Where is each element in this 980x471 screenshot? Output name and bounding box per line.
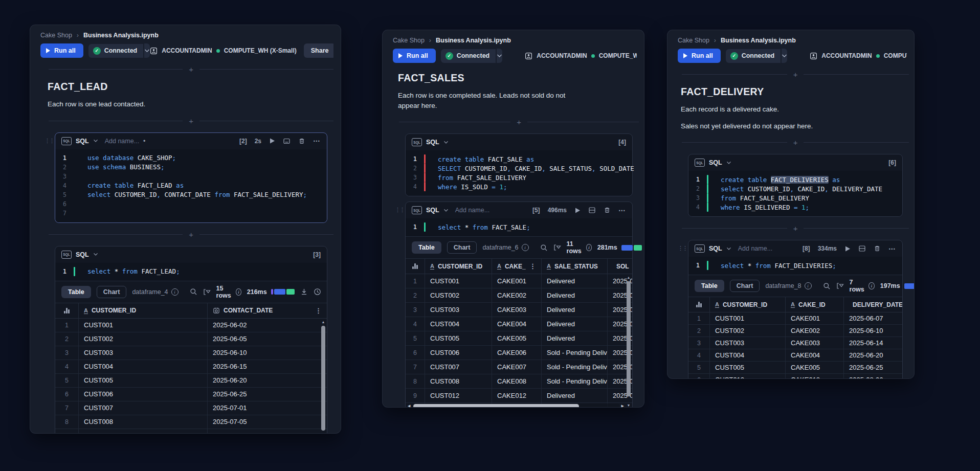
breadcrumb-project[interactable]: Cake Shop: [40, 32, 72, 39]
connection-dropdown-button[interactable]: [782, 49, 787, 63]
run-cell-button[interactable]: [269, 138, 275, 144]
table-row[interactable]: 4CUST0042025-06-15: [55, 360, 327, 374]
history-clock-icon[interactable]: [314, 288, 321, 296]
code-line[interactable]: 3: [55, 172, 327, 181]
query-profile-bar[interactable]: [621, 245, 642, 251]
filter-icon[interactable]: [203, 288, 211, 296]
chevron-down-icon[interactable]: [726, 161, 731, 165]
tab-chart[interactable]: Chart: [97, 286, 127, 298]
code-line[interactable]: 4create table FACT_LEAD as: [55, 181, 327, 190]
run-all-button[interactable]: Run all: [678, 49, 721, 63]
run-cell-button[interactable]: [844, 245, 851, 252]
delete-cell-icon[interactable]: [874, 245, 881, 252]
code-line[interactable]: 2use schema BUSINESS;: [55, 163, 327, 172]
column-header-customer_id[interactable]: ACUSTOMER_ID: [425, 259, 492, 274]
add-cell-divider[interactable]: +: [399, 118, 639, 126]
code-editor[interactable]: 1select * from FACT_LEAD;: [55, 263, 327, 281]
column-header-cake_id[interactable]: ACAKE_ID: [786, 297, 844, 312]
filter-icon[interactable]: [836, 282, 844, 289]
code-line[interactable]: 5select CUSTOMER_ID, CONTACT_DATE from F…: [55, 190, 327, 199]
search-icon[interactable]: [540, 244, 548, 252]
connection-status-pill[interactable]: ✓ Connected: [726, 49, 781, 63]
cell-output-icon[interactable]: [588, 207, 596, 214]
code-line[interactable]: 2SELECT CUSTOMER_ID, CAKE_ID, SALE_STATU…: [406, 164, 632, 173]
code-editor[interactable]: 1select * from FACT_SALE;: [406, 218, 632, 236]
connection-dropdown-button[interactable]: [144, 43, 150, 58]
code-line[interactable]: 4where IS_SOLD = 1;: [406, 182, 632, 191]
code-editor[interactable]: 1create table FACT_DELIVERIES as2select …: [688, 171, 902, 216]
run-cell-button[interactable]: [574, 207, 581, 214]
vertical-scrollbar[interactable]: ▲ ▼: [626, 275, 631, 407]
code-editor[interactable]: 1create table FACT_SALE as2SELECT CUSTOM…: [406, 150, 632, 196]
table-row[interactable]: 7CUST0072025-07-01: [55, 401, 327, 415]
delete-cell-icon[interactable]: [298, 138, 305, 145]
breadcrumb-file[interactable]: Business Analysis.ipynb: [721, 37, 796, 44]
cell-more-menu-icon[interactable]: ⋯: [618, 208, 626, 212]
table-row[interactable]: 2CUST002CAKE002Delivered2025-0: [406, 288, 632, 303]
cell-language[interactable]: SQL: [426, 207, 439, 214]
add-cell-divider[interactable]: +: [49, 65, 333, 73]
horizontal-scrollbar[interactable]: ◀ ▶: [408, 403, 624, 407]
info-icon[interactable]: i: [805, 282, 812, 289]
table-row[interactable]: 9CUST0092025-07-10: [55, 429, 327, 433]
query-profile-bar[interactable]: [271, 289, 295, 295]
cell-language[interactable]: SQL: [76, 251, 89, 258]
table-row[interactable]: 9CUST012CAKE012Delivered2025-0: [406, 389, 632, 403]
column-header-cake_[interactable]: ACAKE_⋮: [492, 259, 542, 274]
code-line[interactable]: 4where IS_DELIVERED = 1;: [688, 203, 902, 212]
connection-dropdown-button[interactable]: [497, 49, 502, 63]
table-row[interactable]: 3CUST0032025-06-10: [55, 346, 327, 360]
drag-handle-icon[interactable]: ⋮⋮: [395, 207, 404, 213]
table-row[interactable]: 4CUST004CAKE004Delivered2025-0: [406, 317, 632, 331]
query-profile-bar[interactable]: [904, 283, 914, 289]
drag-handle-icon[interactable]: ⋮⋮: [44, 138, 54, 144]
breadcrumb-file[interactable]: Business Analysis.ipynb: [436, 37, 511, 44]
info-icon[interactable]: i: [171, 288, 179, 296]
drag-handle-icon[interactable]: ⋮⋮: [678, 245, 687, 252]
info-icon[interactable]: i: [236, 288, 241, 296]
cell-language[interactable]: SQL: [709, 159, 722, 166]
cell-more-menu-icon[interactable]: ⋯: [313, 139, 321, 143]
add-cell-divider[interactable]: +: [682, 71, 909, 78]
tab-chart[interactable]: Chart: [447, 241, 477, 254]
tab-table[interactable]: Table: [412, 241, 441, 254]
cell-name-placeholder[interactable]: Add name...: [738, 245, 772, 252]
column-header-customer_id[interactable]: ACUSTOMER_ID: [79, 303, 208, 318]
table-row[interactable]: 3CUST003CAKE003Delivered2025-0: [406, 303, 632, 317]
code-line[interactable]: 1create table FACT_SALE as: [406, 154, 632, 164]
table-row[interactable]: 5CUST005CAKE0052025-06-25: [688, 362, 902, 374]
info-icon[interactable]: i: [522, 244, 529, 251]
tab-chart[interactable]: Chart: [730, 280, 760, 292]
table-row[interactable]: 2CUST0022025-06-05: [55, 332, 327, 346]
cell-output-icon[interactable]: [283, 138, 291, 145]
table-row[interactable]: 1CUST0012025-06-02: [55, 319, 327, 332]
code-line[interactable]: 3from FACT_SALE_DELIVERY: [406, 173, 632, 182]
column-menu-icon[interactable]: ⋮: [529, 262, 536, 270]
chevron-down-icon[interactable]: [93, 253, 98, 256]
code-line[interactable]: 1select * from FACT_DELIVERIES;: [688, 261, 902, 270]
table-row[interactable]: 8CUST0082025-07-05: [55, 415, 327, 429]
vertical-scrollbar[interactable]: ▲ ▼: [321, 320, 326, 433]
filter-icon[interactable]: [553, 244, 561, 251]
cell-language[interactable]: SQL: [709, 245, 722, 252]
code-line[interactable]: 6: [55, 199, 327, 209]
code-line[interactable]: 1use database CAKE_SHOP;: [55, 153, 327, 163]
session-context[interactable]: ACCOUNTADMIN COMPUTE_WH (X-S: [525, 52, 637, 60]
table-row[interactable]: 6CUST0062025-06-25: [55, 388, 327, 401]
table-row[interactable]: 2CUST002CAKE0022025-06-10: [688, 325, 902, 337]
code-line[interactable]: 7: [55, 209, 327, 218]
code-line[interactable]: 3from FACT_SALE_DELIVERY: [688, 193, 902, 203]
markdown-cell[interactable]: FACT_DELIVERY Each record is a delivered…: [681, 86, 903, 131]
column-header-sol[interactable]: SOL: [608, 259, 632, 274]
add-cell-divider[interactable]: +: [682, 139, 909, 146]
code-line[interactable]: 1select * from FACT_LEAD;: [55, 267, 327, 276]
chevron-down-icon[interactable]: [726, 247, 731, 251]
column-header-customer_id[interactable]: ACUSTOMER_ID: [710, 297, 786, 312]
search-icon[interactable]: [823, 282, 831, 290]
add-cell-divider[interactable]: +: [49, 117, 333, 125]
chevron-down-icon[interactable]: [443, 141, 449, 144]
add-cell-divider[interactable]: +: [49, 231, 333, 238]
info-icon[interactable]: i: [868, 282, 875, 289]
cell-output-icon[interactable]: [858, 245, 866, 252]
share-button[interactable]: Share: [304, 43, 333, 58]
